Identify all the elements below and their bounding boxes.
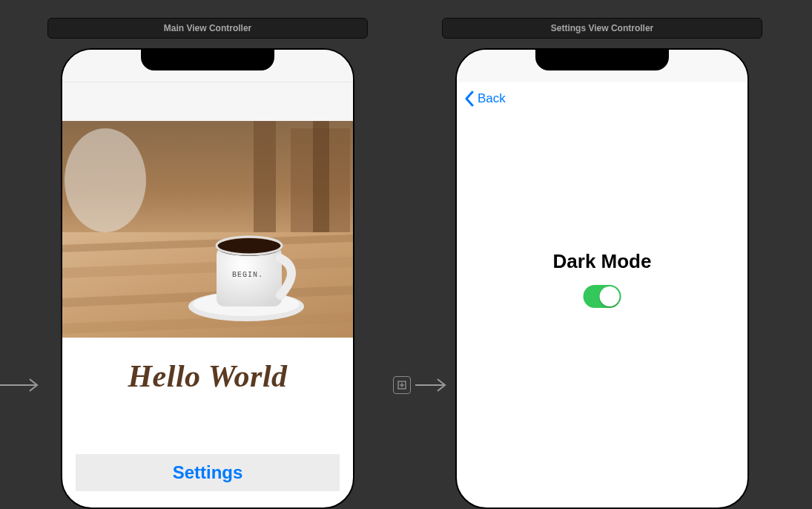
settings-content: Dark Mode bbox=[553, 250, 652, 308]
svg-text:BEGIN.: BEGIN. bbox=[232, 271, 263, 279]
initial-vc-arrow-icon bbox=[0, 376, 44, 397]
segue-arrow[interactable] bbox=[393, 376, 452, 394]
main-view-controller[interactable]: BEGIN. Hello World Settings bbox=[61, 48, 354, 509]
hello-world-title: Hello World bbox=[62, 358, 353, 394]
settings-view-controller[interactable]: Back Dark Mode bbox=[455, 48, 749, 509]
segue-present-icon bbox=[393, 376, 411, 394]
switch-thumb bbox=[599, 286, 619, 306]
back-label: Back bbox=[478, 91, 506, 106]
settings-vc-label[interactable]: Settings View Controller bbox=[442, 18, 762, 39]
notch bbox=[535, 50, 669, 70]
svg-rect-9 bbox=[313, 121, 329, 240]
dark-mode-label: Dark Mode bbox=[553, 250, 652, 273]
nav-bar bbox=[62, 82, 353, 121]
chevron-left-icon bbox=[464, 91, 475, 107]
dark-mode-switch[interactable] bbox=[583, 285, 621, 308]
nav-bar: Back bbox=[457, 82, 747, 115]
back-button[interactable]: Back bbox=[464, 91, 506, 107]
settings-button[interactable]: Settings bbox=[76, 454, 340, 491]
main-vc-label[interactable]: Main View Controller bbox=[47, 18, 368, 39]
svg-point-6 bbox=[65, 128, 146, 232]
svg-point-18 bbox=[217, 238, 282, 256]
svg-rect-7 bbox=[254, 121, 276, 232]
notch bbox=[141, 50, 274, 70]
hero-image[interactable]: BEGIN. bbox=[62, 121, 353, 338]
